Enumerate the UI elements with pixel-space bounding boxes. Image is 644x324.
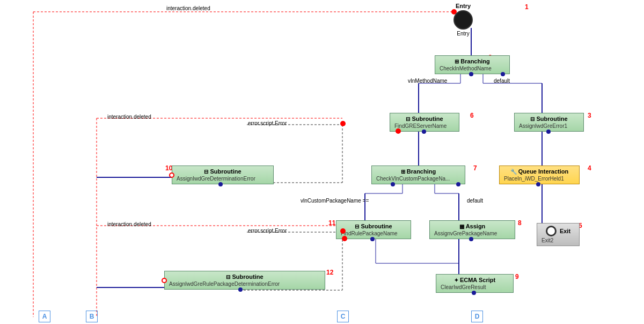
branching1-subtitle: CheckInMethodName: [440, 66, 505, 71]
node-entry[interactable]: Entry Entry: [453, 3, 473, 37]
entry-title: Entry: [456, 3, 471, 9]
ecma9-subtitle: ClearIwdGreResult: [441, 284, 509, 290]
dot-red-mid: [340, 121, 346, 126]
node-subroutine3[interactable]: ⊟ Subroutine AssignIwdGreError1: [514, 113, 584, 132]
node-subroutine6[interactable]: ⊟ Subroutine FindGREServerName: [390, 113, 459, 132]
node-subroutine10[interactable]: ⊟ Subroutine AssignIwdGreDeterminationEr…: [172, 165, 274, 184]
label-vln-method: vInMethodName: [408, 78, 447, 84]
label-interaction-deleted-top: interaction.deleted: [166, 5, 210, 11]
label-vln-custom: vlnCustomPackageName ==: [301, 198, 369, 204]
node-assign8[interactable]: ▦ Assign AssignvGrePackageName: [429, 220, 515, 239]
label-interaction-deleted-mid: interaction.deleted: [107, 114, 151, 120]
number-12: 12: [326, 269, 333, 276]
label-error-script2: error.script.Error: [248, 228, 287, 234]
node-subroutine11[interactable]: ⊟ Subroutine FindRulePackageName: [336, 220, 411, 239]
subroutine6-title: ⊟ Subroutine: [394, 116, 455, 122]
entry-sublabel: Entry: [457, 31, 469, 37]
number-4: 4: [588, 164, 591, 172]
node-ecma9[interactable]: ✦ ECMA Script ClearIwdGreResult: [436, 274, 514, 293]
corner-d: D: [471, 311, 483, 322]
assign8-subtitle: AssignvGrePackageName: [434, 231, 510, 236]
node-exit5[interactable]: Exit Exit2: [537, 223, 580, 246]
number-8: 8: [518, 219, 522, 227]
subroutine3-subtitle: AssignIwdGreError1: [519, 123, 579, 129]
corner-a: A: [39, 311, 50, 322]
corner-c: C: [337, 311, 349, 322]
label-interaction-deleted-bot: interaction.deleted: [107, 221, 151, 227]
number-1: 1: [525, 3, 529, 11]
ecma9-title: ✦ ECMA Script: [441, 277, 509, 283]
subroutine10-title: ⊟ Subroutine: [177, 168, 269, 175]
assign8-title: ▦ Assign: [434, 223, 510, 229]
number-9: 9: [515, 273, 519, 280]
branching1-title: ⊞ Branching: [440, 58, 505, 64]
subroutine3-title: ⊟ Subroutine: [519, 116, 579, 122]
corner-b: B: [86, 311, 98, 322]
branching7-title: ⊞ Branching: [376, 168, 460, 175]
subroutine11-title: ⊟ Subroutine: [341, 223, 406, 229]
node-branching1[interactable]: ⊞ Branching CheckInMethodName: [435, 55, 510, 74]
subroutine6-subtitle: FindGREServerName: [394, 123, 455, 129]
number-3: 3: [588, 112, 591, 119]
exit5-title: Exit: [541, 226, 575, 236]
label-error-script1: error.script.Error: [248, 120, 287, 126]
entry-circle: [453, 10, 473, 30]
subroutine12-title: ⊟ Subroutine: [169, 273, 320, 280]
label-default1: default: [494, 78, 510, 84]
subroutine12-subtitle: AssignIwdGreRulePackageDeterminationErro…: [169, 281, 320, 287]
branching7-subtitle: CheckVlnCustomPackageNa...: [376, 176, 460, 182]
queue4-subtitle: PlaceIn_iWD_ErrorHeld1: [504, 176, 575, 182]
queue4-title: 🔧 Queue Interaction: [504, 168, 575, 175]
dot-red-bot: [340, 228, 346, 234]
subroutine10-subtitle: AssignIwdGreDeterminationError: [177, 176, 269, 182]
subroutine11-subtitle: FindRulePackageName: [341, 231, 406, 236]
number-7: 7: [473, 164, 477, 172]
exit5-subtitle: Exit2: [541, 237, 575, 243]
number-11: 11: [328, 219, 335, 227]
node-queue4[interactable]: 🔧 Queue Interaction PlaceIn_iWD_ErrorHel…: [499, 165, 580, 184]
node-branching7[interactable]: ⊞ Branching CheckVlnCustomPackageNa...: [371, 165, 465, 184]
label-default2: default: [467, 198, 483, 204]
node-subroutine12[interactable]: ⊟ Subroutine AssignIwdGreRulePackageDete…: [164, 271, 325, 290]
number-6: 6: [470, 112, 474, 119]
